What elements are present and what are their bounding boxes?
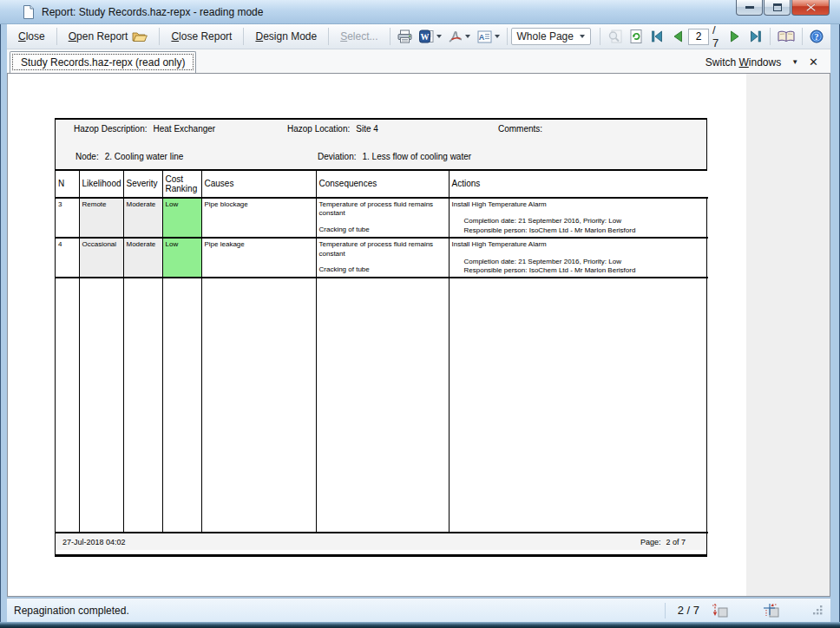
close-tab-icon[interactable]: ✕ xyxy=(809,56,818,69)
toolbar-separator xyxy=(390,28,390,45)
table-header-row: N Likelihood Severity Cost Ranking Cause… xyxy=(56,171,708,198)
minimize-icon xyxy=(745,6,754,10)
column-header-severity: Severity xyxy=(123,171,162,198)
report-footer: 27-Jul-2018 04:02 Page:2 of 7 xyxy=(56,533,706,550)
deviation-label: Deviation: xyxy=(318,152,356,161)
cell-empty xyxy=(56,278,79,533)
next-page-button[interactable] xyxy=(725,27,745,46)
switch-windows-dropdown-icon[interactable]: ▼ xyxy=(791,58,798,66)
status-message: Repagination completed. xyxy=(14,605,129,617)
toolbar-separator xyxy=(770,28,771,45)
window-controls xyxy=(735,0,830,16)
switch-windows-button[interactable]: Switch Windows xyxy=(705,56,781,69)
help-button[interactable]: ? xyxy=(806,27,827,46)
hazop-description-value: Heat Exchanger xyxy=(153,124,215,134)
page-number-input[interactable] xyxy=(688,29,709,45)
cell-severity: Moderate xyxy=(123,238,162,278)
close-report-button[interactable]: Close Report xyxy=(163,27,240,46)
zoom-select[interactable]: Whole Page xyxy=(511,28,591,45)
column-header-actions: Actions xyxy=(449,171,708,198)
node-label: Node: xyxy=(75,152,99,161)
hazop-table: N Likelihood Severity Cost Ranking Cause… xyxy=(56,171,708,533)
dropdown-caret-icon xyxy=(580,35,585,38)
close-window-button[interactable] xyxy=(791,0,830,16)
restore-icon xyxy=(773,3,782,11)
cell-cost-ranking: Low xyxy=(162,238,201,278)
next-page-icon xyxy=(728,29,742,43)
hazop-location-value: Site 4 xyxy=(356,124,378,134)
table-row: 4 Occasional Moderate Low Pipe leakage T… xyxy=(56,238,708,278)
report-page-label: Page: xyxy=(640,538,661,546)
table-filler-row xyxy=(56,278,708,533)
tab-strip: Study Records.haz-repx (read only) Switc… xyxy=(7,49,830,73)
report-bottom-margin xyxy=(56,550,706,554)
action-detail: Completion date: 21 September 2016, Prio… xyxy=(464,258,706,266)
refresh-icon xyxy=(629,29,643,43)
last-page-button[interactable] xyxy=(745,27,766,46)
print-button[interactable] xyxy=(394,27,416,46)
maximize-button[interactable] xyxy=(764,0,791,16)
cell-empty xyxy=(449,278,708,533)
title-bar: Report: Study Records.haz-repx - reading… xyxy=(0,0,840,24)
cell-n: 4 xyxy=(56,238,79,278)
action-detail: Responsible person: IsoChem Ltd - Mr Mar… xyxy=(464,266,706,275)
cell-consequences: Temperature of process fluid remains con… xyxy=(316,198,449,238)
cell-n: 3 xyxy=(56,198,79,238)
comments-label: Comments: xyxy=(498,124,542,134)
document-view[interactable]: Hazop Description:Heat Exchanger Hazop L… xyxy=(7,73,830,597)
text-export-icon: A xyxy=(477,30,492,43)
first-page-icon xyxy=(650,29,664,43)
consequence-line: Temperature of process fluid remains con… xyxy=(319,240,446,258)
cell-empty xyxy=(201,278,316,533)
open-report-button[interactable]: Open Report xyxy=(61,27,156,46)
first-page-button[interactable] xyxy=(646,27,667,46)
search-button[interactable] xyxy=(604,27,626,46)
select-button[interactable]: Select... xyxy=(332,27,385,46)
document-icon xyxy=(23,5,35,19)
page-margin-icon[interactable] xyxy=(712,603,728,618)
cell-likelihood: Occasional xyxy=(79,238,123,278)
cell-empty xyxy=(123,278,162,533)
cell-consequences: Temperature of process fluid remains con… xyxy=(316,238,449,278)
tab-study-records[interactable]: Study Records.haz-repx (read only) xyxy=(10,51,196,73)
tab-strip-controls: Switch Windows ▼ ✕ xyxy=(705,56,830,73)
close-icon xyxy=(806,3,816,11)
book-view-button[interactable] xyxy=(774,28,798,46)
toolbar-separator xyxy=(56,28,57,45)
action-title: Install High Temperature Alarm xyxy=(452,200,706,209)
search-icon xyxy=(607,29,622,43)
toolbar-separator xyxy=(507,28,508,45)
export-pdf-button[interactable] xyxy=(445,28,474,46)
previous-page-button[interactable] xyxy=(667,27,688,46)
window-bottom-border xyxy=(0,622,840,628)
report-datetime: 27-Jul-2018 04:02 xyxy=(62,538,126,546)
toolbar-separator xyxy=(159,28,160,45)
book-icon xyxy=(778,30,795,43)
word-document-icon: W xyxy=(419,29,434,43)
refresh-button[interactable] xyxy=(626,27,646,46)
cell-causes: Pipe blockage xyxy=(201,198,316,238)
cell-causes: Pipe leakage xyxy=(201,238,316,278)
report-page: Hazop Description:Heat Exchanger Hazop L… xyxy=(55,118,707,557)
report-header: Hazop Description:Heat Exchanger Hazop L… xyxy=(56,120,706,171)
cell-empty xyxy=(79,278,123,533)
status-bar: Repagination completed. 2 / 7 xyxy=(7,598,830,622)
svg-text:W: W xyxy=(420,32,429,42)
page-size-icon[interactable] xyxy=(763,603,779,618)
design-mode-button[interactable]: Design Mode xyxy=(247,27,325,46)
status-separator xyxy=(665,603,666,618)
close-button[interactable]: Close xyxy=(10,27,53,46)
export-word-button[interactable]: W xyxy=(416,27,445,46)
table-row: 3 Remote Moderate Low Pipe blockage Temp… xyxy=(56,198,708,238)
minimize-button[interactable] xyxy=(736,0,763,16)
status-page-indicator: 2 / 7 xyxy=(678,604,699,617)
svg-text:A: A xyxy=(478,32,484,41)
dropdown-caret-icon xyxy=(465,35,470,38)
resize-grip[interactable] xyxy=(812,605,824,616)
open-report-label: O xyxy=(69,30,76,43)
cell-likelihood: Remote xyxy=(79,198,123,238)
svg-text:?: ? xyxy=(815,32,819,42)
export-document-button[interactable]: A xyxy=(474,28,503,46)
column-header-consequences: Consequences xyxy=(316,171,449,198)
action-detail: Completion date: 21 September 2016, Prio… xyxy=(464,217,706,226)
